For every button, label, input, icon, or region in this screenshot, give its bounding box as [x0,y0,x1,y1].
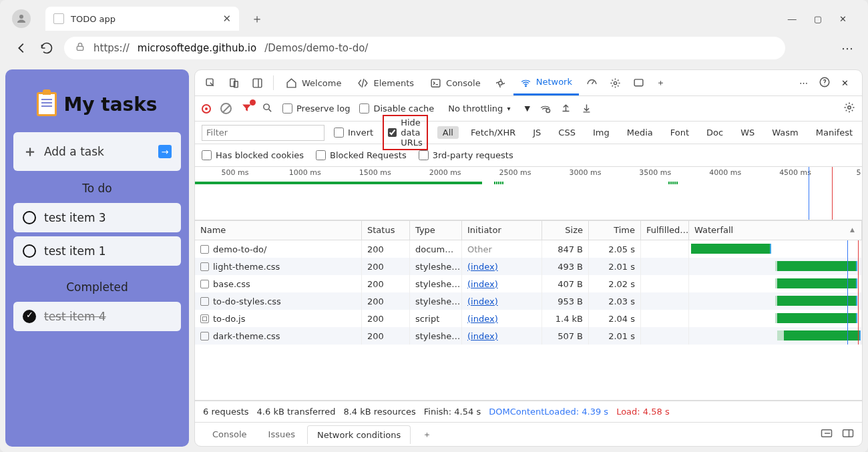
throttling-select[interactable]: No throttling▾ [443,101,515,116]
blocked-requests-checkbox[interactable]: Blocked Requests [316,150,407,160]
status-requests: 6 requests [203,407,249,417]
network-request-row[interactable]: light-theme.css200styleshe…(index)493 B2… [195,258,862,275]
task-item[interactable]: test item 1 [13,236,181,266]
task-item[interactable]: test item 3 [13,203,181,232]
network-settings-icon[interactable] [843,101,855,116]
tab-close-icon[interactable]: ✕ [222,13,231,25]
drawer-console[interactable]: Console [203,425,256,443]
browser-tab[interactable]: TODO app ✕ [45,7,239,31]
svg-rect-5 [253,79,262,87]
tab-sources[interactable] [490,70,511,95]
drawer-expand-icon[interactable] [821,429,833,440]
network-table-header[interactable]: Name Status Type Initiator Size Time Ful… [195,220,862,240]
network-conditions-icon[interactable] [539,102,551,116]
network-request-row[interactable]: dark-theme.css200styleshe…(index)507 B2.… [195,327,862,345]
network-request-row[interactable]: to-do.js200script(index)1.4 kB2.04 s [195,310,862,327]
network-request-row[interactable]: base.css200styleshe…(index)407 B2.02 s [195,275,862,292]
task-label: test item 1 [44,244,106,258]
file-icon [200,280,209,288]
inspect-button[interactable] [200,70,221,95]
device-toggle-button[interactable] [224,70,244,95]
network-status-bar: 6 requests 4.6 kB transferred 8.4 kB res… [195,401,862,422]
add-task-input[interactable]: ＋ Add a task → [13,132,181,171]
url-path: /Demos/demo-to-do/ [264,42,368,54]
new-tab-button[interactable]: ＋ [247,9,267,29]
disable-cache-checkbox[interactable]: Disable cache [359,103,434,114]
col-size[interactable]: Size [542,221,589,240]
network-toolbar: Preserve log Disable cache No throttling… [195,96,862,122]
dock-button[interactable] [247,70,268,95]
filter-type-js[interactable]: JS [527,126,546,139]
address-bar[interactable]: https://microsoftedge.github.io/Demos/de… [64,37,785,59]
filter-type-all[interactable]: All [437,126,459,139]
download-har-icon[interactable] [581,102,592,116]
close-devtools-icon[interactable]: ✕ [841,78,849,88]
network-request-row[interactable]: demo-to-do/200docum…Other847 B2.05 s [195,240,862,258]
minimize-icon[interactable]: ― [788,14,797,24]
network-request-row[interactable]: to-do-styles.css200styleshe…(index)953 B… [195,292,862,310]
tab-memory[interactable] [628,70,649,95]
invert-checkbox[interactable]: Invert [334,128,373,138]
filter-type-fetch/xhr[interactable]: Fetch/XHR [465,126,521,139]
tab-console[interactable]: Console [423,70,487,95]
browser-menu-button[interactable]: ⋯ [841,41,855,55]
task-label: test item 3 [44,211,106,224]
tab-application[interactable] [605,70,626,95]
clear-button[interactable] [220,103,232,114]
preserve-log-checkbox[interactable]: Preserve log [282,103,350,114]
add-task-submit[interactable]: → [158,145,172,158]
third-party-checkbox[interactable]: 3rd-party requests [419,150,513,160]
col-fulfilled[interactable]: Fulfilled… [641,221,689,240]
todo-app: My tasks ＋ Add a task → To do test item … [5,69,189,447]
blocked-cookies-checkbox[interactable]: Has blocked cookies [202,150,304,160]
throttling-caret[interactable]: ▼ [524,104,529,113]
filter-type-font[interactable]: Font [665,126,694,139]
tab-welcome[interactable]: Welcome [279,70,348,95]
file-icon [200,245,209,254]
filter-input[interactable] [202,125,324,141]
refresh-button[interactable] [39,40,55,56]
devtools-more-icon[interactable]: ⋯ [799,78,808,88]
col-initiator[interactable]: Initiator [462,221,542,240]
overview-tick: 1000 ms [289,168,321,177]
overview-tick: 1500 ms [359,168,391,177]
drawer-network-conditions[interactable]: Network conditions [307,425,411,444]
overview-tick: 3500 ms [639,168,671,177]
filter-type-img[interactable]: Img [588,126,615,139]
task-item-done[interactable]: test item 4 [13,302,181,331]
col-time[interactable]: Time [589,221,641,240]
close-window-icon[interactable]: ✕ [839,14,847,24]
tab-performance[interactable] [582,70,602,95]
window-controls: ― ▢ ✕ [788,14,863,24]
devtools-tabbar: Welcome Elements Console Network ＋ ⋯ ✕ [195,70,862,96]
task-checkbox[interactable] [23,244,36,258]
upload-har-icon[interactable] [560,102,572,116]
network-overview[interactable]: 500 ms1000 ms1500 ms2000 ms2500 ms3000 m… [195,167,862,220]
drawer-add-tab[interactable]: ＋ [413,425,441,445]
task-checkbox-checked[interactable] [23,310,36,323]
col-name[interactable]: Name [195,221,362,240]
filter-toggle-button[interactable] [241,102,252,116]
col-status[interactable]: Status [362,221,410,240]
back-button[interactable] [13,40,29,56]
col-type[interactable]: Type [410,221,462,240]
filter-type-media[interactable]: Media [622,126,658,139]
drawer-issues[interactable]: Issues [259,425,304,443]
filter-type-ws[interactable]: WS [735,126,760,139]
overview-tick: 4500 ms [779,168,811,177]
record-button[interactable] [202,104,211,114]
maximize-icon[interactable]: ▢ [814,14,822,24]
help-icon[interactable] [819,76,831,90]
filter-type-wasm[interactable]: Wasm [767,126,803,139]
profile-avatar[interactable] [12,9,31,28]
drawer-collapse-icon[interactable] [842,429,854,440]
filter-type-css[interactable]: CSS [553,126,581,139]
task-checkbox[interactable] [23,211,36,224]
col-waterfall[interactable]: Waterfall▲ [689,221,862,240]
filter-type-doc[interactable]: Doc [701,126,728,139]
tab-elements[interactable]: Elements [351,70,421,95]
more-tabs-button[interactable]: ＋ [652,70,670,95]
tab-network[interactable]: Network [513,70,579,95]
filter-type-manifest[interactable]: Manifest [811,126,858,139]
search-button[interactable] [262,102,273,116]
